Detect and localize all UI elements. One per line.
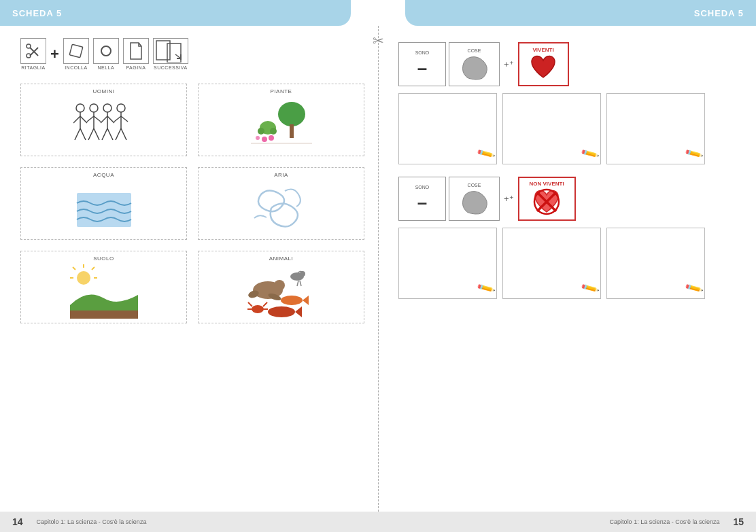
card-acqua-image [67, 181, 141, 235]
svg-line-32 [121, 116, 128, 122]
svg-point-40 [262, 137, 267, 142]
svg-point-61 [268, 306, 295, 317]
svg-point-11 [76, 104, 84, 112]
answer-row-2: ✏️ ✏️ ✏️ [398, 228, 742, 299]
plus-operator-2: +⁺ [504, 194, 514, 204]
sono-label-1: SONO [415, 50, 430, 55]
svg-line-22 [94, 128, 99, 140]
pencil-icon-1-1: ✏️ [476, 143, 496, 164]
svg-rect-51 [70, 311, 138, 319]
answer-box-2-2: ✏️ [502, 228, 601, 299]
pencil-icon-2-2: ✏️ [580, 278, 600, 298]
card-aria-label: ARIA [274, 172, 288, 178]
pencil-icon-2-3: ✏️ [684, 278, 704, 298]
wind-svg [247, 181, 315, 235]
page-divider [378, 26, 379, 512]
viventi-label: VIVENTI [533, 47, 554, 53]
sono-label-2: SONO [415, 185, 430, 190]
svg-point-60 [281, 296, 303, 305]
people-svg [73, 99, 135, 150]
instruction-nella: NELLA [93, 38, 119, 70]
card-animali-image [244, 264, 319, 319]
card-uomini-image [67, 97, 141, 152]
card-animali-label: ANIMALI [269, 255, 294, 262]
sono-box-1: SONO – [398, 42, 446, 86]
page-num-right: 15 [733, 516, 744, 527]
svg-line-33 [116, 128, 121, 140]
water-svg [70, 183, 138, 234]
svg-line-28 [107, 128, 113, 140]
answer-row-1: ✏️ ✏️ ✏️ [398, 93, 742, 164]
successiva-icon-box [153, 38, 188, 64]
svg-point-5 [101, 46, 111, 56]
sono-box-2: SONO – [398, 177, 446, 221]
card-uomini-label: UOMINI [93, 88, 115, 94]
right-page: SONO – COSE +⁺ VIVENTI [378, 26, 756, 512]
cose-label-2: COSE [468, 183, 481, 188]
next-page-icon [155, 39, 186, 63]
rock-icon-2 [460, 190, 489, 215]
svg-line-34 [121, 128, 126, 140]
left-page: RITAGLIA + INCOLLA NELLA [0, 26, 378, 512]
nella-icon-box [93, 38, 119, 64]
ritaglia-icon-box [20, 38, 46, 64]
cose-label-1: COSE [468, 48, 481, 53]
cose-box-1: COSE [449, 42, 500, 86]
svg-line-21 [88, 128, 94, 140]
svg-point-2 [27, 44, 31, 48]
scissors-instr-icon [24, 42, 42, 60]
svg-point-42 [256, 136, 260, 140]
card-uomini: UOMINI [20, 84, 187, 156]
svg-line-58 [297, 281, 298, 286]
header-center [351, 0, 405, 26]
footer-left: 14 Capitolo 1: La scienza - Cos'è la sci… [0, 516, 378, 527]
circle-icon [97, 42, 115, 60]
card-piante-label: PIANTE [271, 88, 292, 94]
svg-line-25 [101, 116, 107, 123]
page-footer: 14 Capitolo 1: La scienza - Cos'è la sci… [0, 512, 756, 532]
svg-line-13 [73, 116, 80, 123]
formula-box-cose-1: COSE [449, 42, 500, 86]
cards-grid: UOMINI [20, 84, 364, 323]
card-acqua-label: ACQUA [93, 172, 114, 178]
svg-line-49 [73, 267, 75, 270]
svg-line-16 [80, 128, 86, 140]
card-suolo-label: SUOLO [93, 255, 114, 262]
svg-line-15 [75, 128, 80, 140]
non-viventi-box: NON VIVENTI [518, 177, 576, 221]
animals-svg [244, 263, 319, 321]
footer-caption-right: Capitolo 1: La scienza - Cos'è la scienz… [610, 518, 720, 525]
answer-box-1-3: ✏️ [606, 93, 705, 164]
soil-svg [70, 264, 138, 319]
svg-line-31 [114, 116, 121, 122]
heart-icon [529, 53, 557, 82]
svg-rect-36 [290, 124, 294, 138]
header-title-right: SCHEDA 5 [694, 8, 744, 18]
scissors-icon: ✂ [373, 33, 384, 49]
svg-line-59 [300, 281, 301, 286]
card-aria-image [244, 181, 319, 235]
page-header: SCHEDA 5 SCHEDA 5 [0, 0, 756, 26]
page-num-left: 14 [12, 516, 23, 527]
svg-rect-4 [69, 44, 83, 58]
paste-icon [67, 42, 85, 60]
heart-crossed-icon [532, 187, 562, 217]
non-viventi-label: NON VIVENTI [530, 181, 564, 187]
viventi-box: VIVENTI [518, 42, 569, 86]
card-aria: ARIA [198, 167, 364, 240]
incolla-icon-box [63, 38, 89, 64]
rock-icon-1 [460, 56, 489, 80]
answer-box-2-3: ✏️ [606, 228, 705, 299]
instruction-incolla: INCOLLA [63, 38, 89, 70]
ritaglia-label: RITAGLIA [21, 65, 45, 70]
svg-point-62 [252, 305, 264, 313]
svg-line-19 [87, 116, 94, 122]
answer-box-1-2: ✏️ [502, 93, 601, 164]
successiva-label: SUCCESSIVA [154, 65, 188, 70]
svg-point-29 [117, 104, 125, 112]
pagina-label: PAGINA [126, 65, 145, 70]
svg-point-35 [278, 102, 305, 126]
svg-point-39 [270, 128, 277, 135]
formula-row-non-viventi: SONO – COSE +⁺ NON VIVENTI [398, 177, 742, 221]
nella-label: NELLA [98, 65, 115, 70]
